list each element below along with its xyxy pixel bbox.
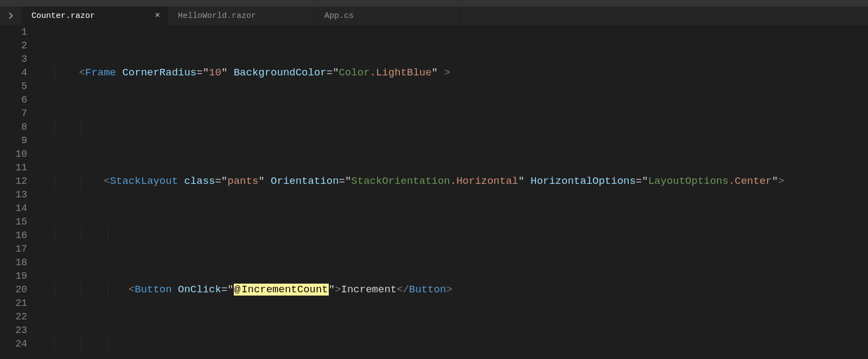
titlebar-strip — [0, 0, 868, 7]
tab-label: HelloWorld.razor — [178, 11, 256, 21]
line-number: 18 — [0, 256, 27, 270]
line-number: 21 — [0, 297, 27, 310]
line-number: 15 — [0, 215, 27, 229]
line-number: 1 — [0, 25, 27, 39]
close-icon[interactable]: × — [155, 11, 160, 21]
tab-app-cs[interactable]: App.cs × — [315, 7, 461, 25]
code-line[interactable]: <StackLayout class="pants" Orientation="… — [38, 175, 868, 188]
line-number: 17 — [0, 242, 27, 256]
code-line[interactable] — [38, 229, 868, 242]
code-editor[interactable]: 1 2 3 4 5 6 7 8 9 10 11 12 13 14 15 16 1… — [0, 25, 868, 359]
code-line[interactable] — [38, 337, 868, 351]
line-number: 16 — [0, 229, 27, 242]
line-number: 14 — [0, 202, 27, 215]
tab-counter-razor[interactable]: Counter.razor × — [22, 7, 168, 25]
line-number: 11 — [0, 161, 27, 175]
code-line[interactable]: <Frame CornerRadius="10" BackgroundColor… — [38, 66, 868, 80]
line-number: 5 — [0, 80, 27, 93]
line-number: 4 — [0, 66, 27, 80]
code-line[interactable] — [38, 120, 868, 134]
line-number-gutter: 1 2 3 4 5 6 7 8 9 10 11 12 13 14 15 16 1… — [0, 25, 38, 359]
line-number: 24 — [0, 337, 27, 351]
line-number: 13 — [0, 188, 27, 202]
line-number: 8 — [0, 120, 27, 134]
line-number: 23 — [0, 324, 27, 337]
code-content[interactable]: <Frame CornerRadius="10" BackgroundColor… — [38, 25, 868, 359]
tab-label: App.cs — [324, 11, 354, 21]
line-number: 10 — [0, 148, 27, 161]
line-number: 19 — [0, 270, 27, 283]
line-number: 9 — [0, 134, 27, 148]
tab-bar: Counter.razor × HelloWorld.razor × App.c… — [0, 7, 868, 25]
tab-helloworld-razor[interactable]: HelloWorld.razor × — [168, 7, 315, 25]
code-line[interactable]: <Button OnClick="@IncrementCount">Increm… — [38, 283, 868, 297]
line-number: 20 — [0, 283, 27, 297]
breadcrumb-chevron-icon[interactable] — [0, 12, 22, 20]
line-number: 12 — [0, 175, 27, 188]
line-number: 6 — [0, 93, 27, 107]
line-number: 7 — [0, 107, 27, 120]
line-number: 3 — [0, 53, 27, 66]
tab-label: Counter.razor — [31, 11, 95, 21]
line-number: 22 — [0, 310, 27, 324]
line-number: 2 — [0, 39, 27, 53]
